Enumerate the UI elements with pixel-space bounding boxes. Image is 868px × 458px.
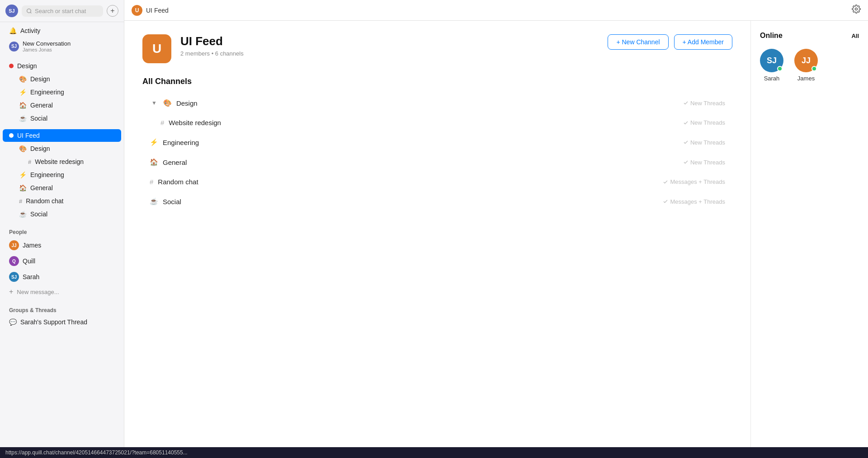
ui-eng-label: Engineering	[30, 171, 64, 178]
sidebar-item-ui-engineering[interactable]: ⚡ Engineering	[3, 168, 121, 181]
status-url: https://app.quill.chat/channel/420514664…	[5, 449, 188, 456]
sarah-online-dot	[777, 66, 783, 71]
sarah-label: Sarah	[23, 273, 39, 280]
feed-info: UI Feed 2 members • 6 channels	[180, 34, 244, 57]
channel-row-random[interactable]: # Random chat Messages + Threads	[142, 173, 732, 191]
james-online-dot	[811, 66, 817, 71]
design-channel-status: New Threads	[683, 100, 725, 107]
ui-feed-label: UI Feed	[17, 132, 40, 139]
sidebar-item-james[interactable]: JJ James	[3, 238, 121, 253]
svg-point-0	[27, 9, 31, 13]
random-channel-icon: #	[150, 178, 153, 186]
online-user-sarah[interactable]: SJ Sarah	[760, 49, 783, 82]
design-workspace-section: Design 🎨 Design ⚡ Engineering 🏠 General …	[0, 57, 124, 127]
sidebar-item-website-redesign[interactable]: # Website redesign	[3, 155, 121, 168]
design-workspace-label: Design	[17, 62, 37, 70]
sarah-avatar: SJ	[9, 272, 19, 282]
check-icon-5	[663, 179, 668, 185]
support-thread-label: Sarah's Support Thread	[20, 318, 87, 326]
sidebar-item-sarah[interactable]: SJ Sarah	[3, 269, 121, 285]
new-conv-avatar: SJ	[9, 42, 19, 51]
sidebar-item-activity[interactable]: 🔔 Activity	[3, 24, 121, 37]
sidebar-item-general[interactable]: 🏠 General	[3, 99, 121, 112]
channel-row-website-redesign[interactable]: # Website redesign New Threads	[142, 113, 732, 132]
feed-header: U UI Feed 2 members • 6 channels + New C…	[142, 34, 732, 63]
soc-channel-icon: ☕	[150, 197, 158, 206]
thread-icon: 💬	[9, 318, 17, 326]
activity-section: 🔔 Activity SJ New Conversation James Jon…	[0, 22, 124, 57]
feed-title: UI Feed	[180, 34, 244, 48]
people-section: People JJ James Q Quill SJ Sarah + New m…	[0, 223, 124, 301]
online-users: SJ Sarah JJ James	[760, 49, 859, 82]
sidebar-item-ui-social[interactable]: ☕ Social	[3, 208, 121, 220]
search-icon	[26, 8, 32, 14]
check-icon	[683, 100, 689, 106]
feed-actions: + New Channel + Add Member	[608, 34, 732, 50]
collapse-design-button[interactable]: ▼	[150, 100, 159, 106]
random-hash-icon: #	[19, 198, 22, 205]
add-button[interactable]: +	[107, 5, 118, 17]
topbar-title: UI Feed	[146, 7, 169, 14]
channel-row-design[interactable]: ▼ 🎨 Design New Threads	[142, 93, 732, 112]
topbar-workspace-avatar: U	[132, 5, 142, 16]
sidebar-item-social[interactable]: ☕ Social	[3, 112, 121, 125]
sarah-online-name: Sarah	[764, 75, 780, 82]
sarah-avatar-wrap: SJ	[760, 49, 783, 72]
status-bar: https://app.quill.chat/channel/420514664…	[0, 447, 868, 458]
channel-row-engineering[interactable]: ⚡ Engineering New Threads	[142, 133, 732, 152]
new-conv-label: New Conversation	[23, 40, 71, 47]
new-message-label: New message...	[17, 289, 59, 295]
user-avatar[interactable]: SJ	[5, 5, 18, 17]
settings-button[interactable]	[852, 5, 861, 16]
online-panel: Online All SJ Sarah JJ James	[750, 21, 868, 458]
top-bar: U UI Feed	[124, 0, 868, 21]
people-title: People	[0, 224, 124, 237]
eng-channel-status: New Threads	[683, 139, 725, 146]
soc-channel-name: Social	[163, 198, 658, 206]
sidebar-item-ui-random[interactable]: # Random chat	[3, 195, 121, 207]
new-channel-button[interactable]: + New Channel	[608, 34, 668, 50]
settings-icon	[852, 5, 861, 14]
website-channel-icon: #	[160, 119, 164, 126]
general-icon: 🏠	[19, 102, 27, 109]
channels-section: All Channels ▼ 🎨 Design New Threads	[142, 77, 732, 211]
design-label: Design	[30, 75, 50, 83]
sidebar-item-support-thread[interactable]: 💬 Sarah's Support Thread	[3, 316, 121, 328]
ui-eng-icon: ⚡	[19, 171, 27, 178]
new-message-item[interactable]: + New message...	[3, 285, 121, 299]
quill-avatar: Q	[9, 256, 19, 266]
sidebar: SJ Search or start chat + 🔔 Activity SJ …	[0, 0, 124, 458]
main-area: U UI Feed U UI Feed 2 members • 6 channe…	[124, 0, 868, 458]
sidebar-item-ui-general[interactable]: 🏠 General	[3, 182, 121, 194]
sidebar-item-ui-design[interactable]: 🎨 Design	[3, 142, 121, 155]
sidebar-item-quill[interactable]: Q Quill	[3, 253, 121, 269]
groups-title: Groups & Threads	[0, 303, 124, 315]
sidebar-item-design-workspace[interactable]: Design	[3, 60, 121, 72]
engineering-icon: ⚡	[19, 89, 27, 96]
gen-channel-icon: 🏠	[150, 158, 158, 166]
online-all-button[interactable]: All	[851, 33, 859, 39]
sidebar-item-design[interactable]: 🎨 Design	[3, 73, 121, 85]
website-redesign-label: Website redesign	[35, 158, 84, 165]
design-channel-icon: 🎨	[163, 99, 172, 107]
design-icon: 🎨	[19, 75, 27, 83]
sidebar-item-new-conversation[interactable]: SJ New Conversation James Jonas	[3, 37, 121, 55]
online-user-james[interactable]: JJ James	[794, 49, 818, 82]
sidebar-item-ui-feed[interactable]: UI Feed	[3, 129, 121, 142]
ui-design-label: Design	[30, 145, 50, 152]
feed-meta: 2 members • 6 channels	[180, 50, 244, 57]
search-bar[interactable]: Search or start chat	[22, 5, 103, 17]
check-icon-6	[663, 199, 668, 204]
add-member-button[interactable]: + Add Member	[674, 34, 732, 50]
ui-design-icon: 🎨	[19, 145, 27, 152]
svg-point-2	[855, 8, 858, 10]
channel-row-general[interactable]: 🏠 General New Threads	[142, 153, 732, 172]
channel-list: ▼ 🎨 Design New Threads # Website redesig…	[142, 93, 732, 211]
channel-row-social[interactable]: ☕ Social Messages + Threads	[142, 192, 732, 211]
eng-channel-icon: ⚡	[150, 138, 158, 146]
design-dot	[9, 64, 14, 68]
sidebar-item-engineering[interactable]: ⚡ Engineering	[3, 86, 121, 98]
activity-icon: 🔔	[9, 27, 17, 34]
random-channel-name: Random chat	[158, 178, 658, 186]
james-avatar: JJ	[9, 240, 19, 250]
